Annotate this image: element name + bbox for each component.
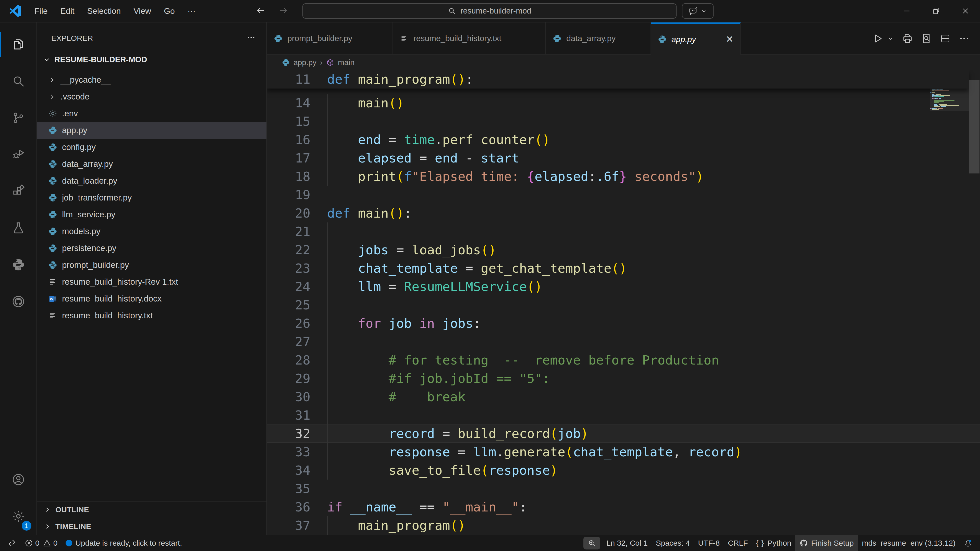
activitybar-explorer[interactable] — [0, 26, 37, 63]
file-item-resume_build_history.docx[interactable]: Wresume_build_history.docx — [37, 290, 266, 307]
menu-go[interactable]: Go — [158, 4, 181, 18]
activitybar-search[interactable] — [0, 63, 37, 100]
timeline-section[interactable]: TIMELINE — [37, 518, 266, 535]
activitybar-run-debug[interactable] — [0, 136, 37, 173]
menu-selection[interactable]: Selection — [81, 4, 127, 18]
code-line-33[interactable]: 33 response = llm.generate(chat_template… — [267, 443, 980, 461]
code-line-28[interactable]: 28 # for testing -- remove before Produc… — [267, 351, 980, 369]
code-line-34[interactable]: 34 save_to_file(response) — [267, 461, 980, 480]
file-item-__pycache__[interactable]: __pycache__ — [37, 71, 266, 88]
copilot-button[interactable] — [682, 3, 714, 19]
code-line-17[interactable]: 17 elapsed = end - start — [267, 149, 980, 167]
file-item-.vscode[interactable]: .vscode — [37, 88, 266, 105]
navigate-forward-icon[interactable] — [278, 5, 289, 17]
file-item-data_array.py[interactable]: data_array.py — [37, 156, 266, 172]
breadcrumb-file[interactable]: app.py — [293, 58, 317, 67]
outline-section[interactable]: OUTLINE — [37, 501, 266, 518]
code-line-30[interactable]: 30 # break — [267, 388, 980, 406]
activitybar-github[interactable] — [0, 283, 37, 320]
code-line-35[interactable]: 35 — [267, 480, 980, 498]
code-line-25[interactable]: 25 — [267, 296, 980, 314]
code-line-18[interactable]: 18 print(f"Elapsed time: {elapsed:.6f} s… — [267, 167, 980, 186]
file-item-.env[interactable]: .env — [37, 105, 266, 122]
views-more-actions-icon[interactable] — [246, 32, 256, 44]
sticky-code-line-11[interactable]: 11def main_program(): — [267, 70, 969, 89]
command-center-search[interactable]: resume-builder-mod — [302, 3, 676, 19]
code-line-23[interactable]: 23 chat_template = get_chat_template() — [267, 259, 980, 278]
root-folder-header[interactable]: RESUME-BUILDER-MOD — [37, 49, 266, 70]
menu-more[interactable]: ⋯ — [181, 4, 202, 18]
editor-action-run[interactable] — [872, 33, 883, 44]
activitybar-source-control[interactable] — [0, 100, 37, 136]
scrollbar-slider[interactable] — [969, 80, 980, 173]
tab-resume_build_history.txt[interactable]: resume_build_history.txt — [393, 22, 546, 54]
status-cursor-position[interactable]: Ln 32, Col 1 — [602, 535, 652, 551]
file-item-resume_build_history.txt[interactable]: resume_build_history.txt — [37, 307, 266, 324]
status-encoding[interactable]: UTF-8 — [694, 535, 724, 551]
remote-indicator[interactable] — [3, 535, 21, 551]
code-line-32[interactable]: 32 record = build_record(job) — [267, 424, 980, 443]
status-python-interpreter[interactable]: mds_resume_env (3.13.12) — [858, 535, 959, 551]
navigate-back-icon[interactable] — [255, 5, 266, 17]
code-line-19[interactable]: 19 — [267, 186, 980, 204]
code-line-29[interactable]: 29 #if job.jobId == "5": — [267, 369, 980, 388]
editor-action-search-in-editor[interactable] — [921, 33, 932, 44]
activitybar-settings[interactable]: 1 — [0, 498, 37, 535]
status-notifications[interactable] — [959, 535, 977, 551]
code-line-24[interactable]: 24 llm = ResumeLLMService() — [267, 278, 980, 296]
code-line-21[interactable]: 21 — [267, 222, 980, 241]
code-line-16[interactable]: 16 end = time.perf_counter() — [267, 130, 980, 149]
code-line-37[interactable]: 37 main_program() — [267, 516, 980, 535]
code-line-31[interactable]: 31 — [267, 406, 980, 424]
tab-data_array.py[interactable]: data_array.py — [546, 22, 651, 54]
breadcrumb-symbol[interactable]: main — [338, 58, 355, 67]
code-line-14[interactable]: 14 main() — [267, 94, 980, 112]
editor-action-split-editor[interactable] — [940, 33, 951, 44]
activitybar-accounts[interactable] — [0, 461, 37, 498]
status-eol[interactable]: CRLF — [724, 535, 752, 551]
code-text: # break — [327, 388, 466, 406]
menu-edit[interactable]: Edit — [54, 4, 81, 18]
file-item-models.py[interactable]: models.py — [37, 223, 266, 240]
file-item-llm_service.py[interactable]: llm_service.py — [37, 206, 266, 223]
sticky-scroll-line[interactable]: 11def main_program(): — [267, 70, 969, 89]
status-zoom[interactable] — [584, 537, 600, 549]
menu-file[interactable]: File — [28, 4, 54, 18]
editor-action-more-actions[interactable] — [959, 33, 970, 44]
status-language-mode[interactable]: { }Python — [752, 535, 795, 551]
sidebar-bottom-sections: OUTLINE TIMELINE — [37, 501, 266, 535]
file-item-data_loader.py[interactable]: data_loader.py — [37, 172, 266, 189]
file-item-job_transformer.py[interactable]: job_transformer.py — [37, 189, 266, 206]
menu-view[interactable]: View — [127, 4, 158, 18]
tab-prompt_builder.py[interactable]: prompt_builder.py — [267, 22, 393, 54]
restore-button[interactable] — [921, 0, 951, 22]
tab-app.py[interactable]: app.py✕ — [651, 22, 741, 55]
code-line-22[interactable]: 22 jobs = load_jobs() — [267, 241, 980, 259]
update-notification[interactable]: Update is ready, click to restart. — [62, 535, 186, 551]
status-indentation[interactable]: Spaces: 4 — [652, 535, 694, 551]
activitybar-testing[interactable] — [0, 210, 37, 246]
close-button[interactable] — [951, 0, 980, 22]
file-tree: __pycache__.vscode.envapp.pyconfig.pydat… — [37, 70, 266, 324]
code-line-15[interactable]: 15 — [267, 112, 980, 130]
file-item-config.py[interactable]: config.py — [37, 139, 266, 156]
editor-action-run-dropdown[interactable] — [891, 35, 894, 42]
file-item-resume_build_history-Rev 1.txt[interactable]: resume_build_history-Rev 1.txt — [37, 273, 266, 290]
code-line-36[interactable]: 36if __name__ == "__main__": — [267, 498, 980, 516]
minimize-button[interactable] — [892, 0, 921, 22]
close-tab-icon[interactable]: ✕ — [722, 34, 733, 44]
code-editor[interactable]: 14 main()1516 end = time.perf_counter()1… — [267, 70, 980, 535]
activitybar-extensions[interactable] — [0, 173, 37, 210]
code-line-27[interactable]: 27 — [267, 333, 980, 351]
problems-status[interactable]: 00 — [21, 535, 62, 551]
file-item-prompt_builder.py[interactable]: prompt_builder.py — [37, 257, 266, 273]
code-text: main_program() — [327, 516, 466, 535]
file-item-persistence.py[interactable]: persistence.py — [37, 240, 266, 257]
status-finish-setup[interactable]: Finish Setup — [795, 535, 858, 551]
activitybar-python[interactable] — [0, 246, 37, 283]
file-item-app.py[interactable]: app.py — [37, 122, 266, 139]
vertical-scrollbar[interactable] — [969, 70, 980, 535]
code-line-20[interactable]: 20def main(): — [267, 204, 980, 222]
code-line-26[interactable]: 26 for job in jobs: — [267, 314, 980, 333]
editor-action-print[interactable] — [902, 33, 913, 44]
